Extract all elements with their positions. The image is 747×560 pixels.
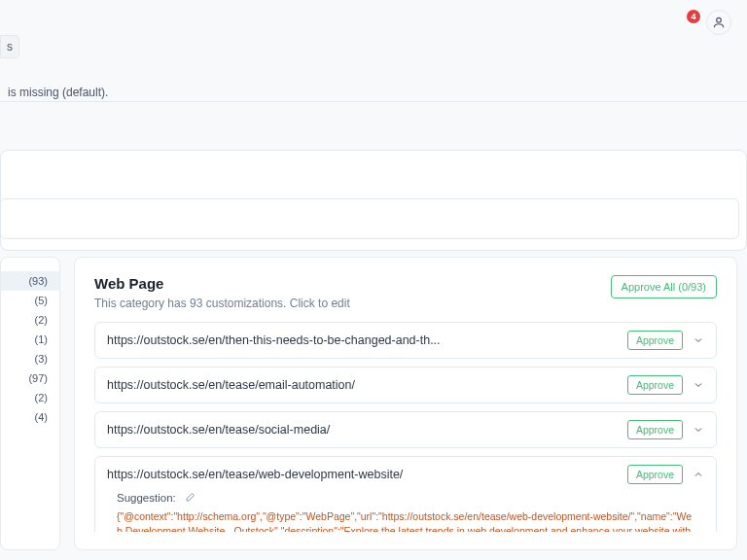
item-body: Suggestion: {"@context":"http://schema.o… <box>95 492 716 532</box>
sidebar-item-3[interactable]: (1) <box>1 330 59 349</box>
input-field[interactable] <box>0 198 739 239</box>
user-icon <box>712 16 726 29</box>
list-item: https://outstock.se/en/tease/social-medi… <box>94 411 717 448</box>
edit-icon[interactable] <box>184 492 196 504</box>
notification-count-badge: 4 <box>687 10 700 23</box>
help-text: is missing (default). <box>0 86 108 99</box>
divider <box>0 101 747 102</box>
sidebar-item-2[interactable]: (2) <box>1 310 59 330</box>
sidebar-item-6[interactable]: (2) <box>1 388 59 407</box>
main-panel: Web Page This category has 93 customizat… <box>74 257 737 550</box>
approve-all-button[interactable]: Approve All (0/93) <box>611 275 717 298</box>
svg-point-0 <box>717 18 722 22</box>
avatar[interactable] <box>706 10 731 35</box>
approve-button[interactable]: Approve <box>627 375 683 395</box>
chevron-up-icon[interactable] <box>693 469 704 480</box>
sidebar: (93) (5) (2) (1) (3) (97) (2) (4) <box>0 257 60 550</box>
approve-button[interactable]: Approve <box>627 331 683 350</box>
item-url[interactable]: https://outstock.se/en/tease/web-develop… <box>107 468 618 481</box>
suggestion-text: {"@context":"http://schema.org","@type":… <box>117 509 694 532</box>
chevron-down-icon[interactable] <box>693 379 704 391</box>
chevron-down-icon[interactable] <box>693 424 704 436</box>
sidebar-item-4[interactable]: (3) <box>1 349 59 368</box>
approve-button[interactable]: Approve <box>627 420 683 439</box>
suggestion-label: Suggestion: <box>117 492 176 504</box>
list-item: https://outstock.se/en/then-this-needs-t… <box>94 322 717 359</box>
sidebar-item-7[interactable]: (4) <box>1 407 59 427</box>
sidebar-item-0[interactable]: (93) <box>1 271 59 291</box>
page-subtitle: This category has 93 customizations. Cli… <box>94 297 350 310</box>
approve-button[interactable]: Approve <box>627 465 683 484</box>
chevron-down-icon[interactable] <box>693 334 704 346</box>
item-url[interactable]: https://outstock.se/en/tease/email-autom… <box>107 378 618 392</box>
items-list: https://outstock.se/en/then-this-needs-t… <box>94 322 717 532</box>
item-url[interactable]: https://outstock.se/en/then-this-needs-t… <box>107 333 618 347</box>
sidebar-item-5[interactable]: (97) <box>1 368 59 388</box>
list-item: https://outstock.se/en/tease/web-develop… <box>94 456 717 532</box>
item-url[interactable]: https://outstock.se/en/tease/social-medi… <box>107 423 618 437</box>
truncated-button[interactable]: s <box>0 35 19 58</box>
page-title: Web Page <box>94 275 350 292</box>
list-item: https://outstock.se/en/tease/email-autom… <box>94 367 717 403</box>
sidebar-item-1[interactable]: (5) <box>1 291 59 310</box>
